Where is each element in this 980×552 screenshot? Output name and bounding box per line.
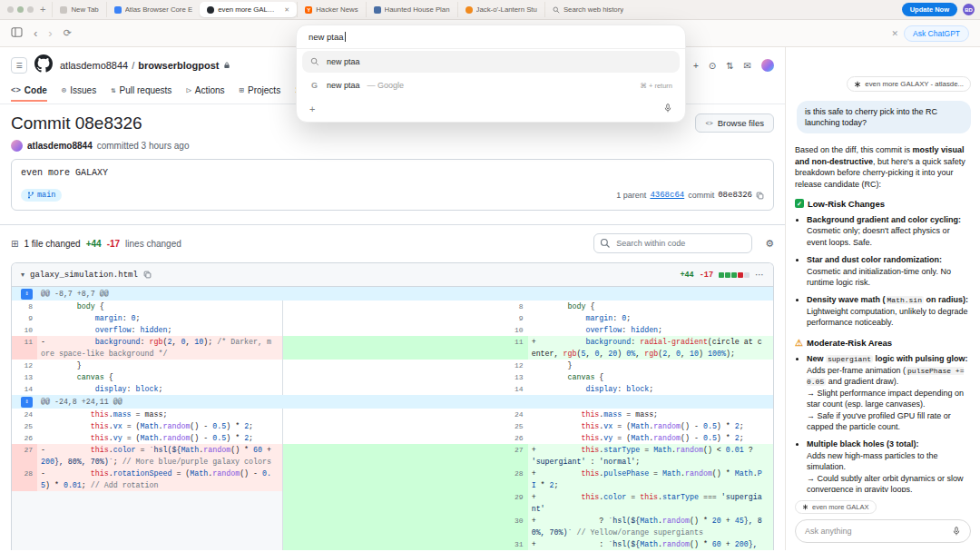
attached-page-chip[interactable]: even more GALAX xyxy=(795,500,877,514)
line-number[interactable]: 11 xyxy=(282,336,527,360)
close-window-icon[interactable] xyxy=(7,6,14,13)
mic-icon[interactable] xyxy=(952,526,961,537)
additions-count: +44 xyxy=(86,239,102,249)
line-number[interactable]: 9 xyxy=(12,312,37,324)
line-number[interactable]: 12 xyxy=(282,360,527,371)
close-panel-icon[interactable]: ✕ xyxy=(891,29,898,38)
github-logo-icon[interactable] xyxy=(34,54,53,76)
line-number[interactable]: 13 xyxy=(12,371,37,383)
chat-input[interactable]: Ask anything xyxy=(795,519,971,543)
tab-actions[interactable]: ▷ Actions xyxy=(186,85,224,102)
create-new-icon[interactable]: + xyxy=(693,61,699,71)
line-number[interactable]: 27 xyxy=(12,444,37,468)
line-number[interactable]: 8 xyxy=(282,301,527,312)
toggle-sidebar-icon[interactable] xyxy=(11,27,23,39)
line-number[interactable]: 10 xyxy=(282,324,527,336)
tab-search-web-history[interactable]: Search web history xyxy=(544,2,631,17)
atlas-favicon xyxy=(114,6,122,14)
minimize-window-icon[interactable] xyxy=(17,6,24,13)
omnibox-input[interactable]: new ptaa xyxy=(297,25,685,49)
line-number[interactable]: 28 xyxy=(12,468,37,491)
tab-jack-o-lantern[interactable]: Jack-o'-Lantern Stu xyxy=(457,2,544,17)
browser-profile-avatar[interactable]: BD xyxy=(963,4,975,15)
window-controls[interactable] xyxy=(7,6,34,13)
tab-even-more-galaxy[interactable]: even more GALAXY ✕ xyxy=(200,2,297,17)
code-line: + background: radial-gradient(circle at … xyxy=(528,336,773,360)
code-line: + this.starType = Math.random() < 0.01 ?… xyxy=(528,444,773,468)
breadcrumb-owner[interactable]: atlasdemo8844 xyxy=(60,60,128,71)
back-button[interactable]: ‹ xyxy=(34,27,37,39)
copy-path-icon[interactable] xyxy=(143,271,152,279)
zoom-window-icon[interactable] xyxy=(27,6,34,13)
line-number[interactable]: 24 xyxy=(12,409,37,420)
close-tab-icon[interactable]: ✕ xyxy=(284,6,289,14)
github-avatar[interactable] xyxy=(761,59,774,72)
tab-code[interactable]: <> Code xyxy=(11,85,47,102)
suggestion-row-search[interactable]: new ptaa xyxy=(302,51,680,73)
gear-icon[interactable]: ⚙ xyxy=(765,238,774,250)
line-number[interactable]: 9 xyxy=(282,312,527,324)
page-context-chip[interactable]: even more GALAXY - atlasde... xyxy=(847,76,971,92)
expand-hunk-button[interactable]: ⇕ xyxy=(21,397,33,408)
line-number[interactable]: 12 xyxy=(12,360,37,371)
breadcrumb-repo[interactable]: browserblogpost xyxy=(138,60,219,71)
low-risk-heading: ✓ Low-Risk Changes xyxy=(795,198,971,210)
line-number[interactable]: 26 xyxy=(12,432,37,444)
mic-icon[interactable] xyxy=(663,101,672,117)
tab-new-tab[interactable]: New Tab xyxy=(52,2,105,17)
attach-icon[interactable]: + xyxy=(309,104,315,114)
forward-button[interactable]: › xyxy=(48,27,52,39)
issues-icon[interactable]: ⊙ xyxy=(709,61,716,71)
commit-message-box: even more GALAXY main 1 parent 4368c64 c… xyxy=(11,159,774,211)
line-number[interactable]: 10 xyxy=(12,324,37,336)
new-tab-button[interactable]: + xyxy=(40,5,45,15)
collapse-file-icon[interactable]: ▾ xyxy=(21,271,24,279)
inbox-icon[interactable]: ✉ xyxy=(744,61,751,71)
page-icon xyxy=(60,6,67,14)
parent-sha-link[interactable]: 4368c64 xyxy=(650,191,684,200)
line-number[interactable]: 29 xyxy=(282,491,527,515)
code-line: - this.color = `hsl(${Math.random() * 60… xyxy=(37,444,282,468)
update-now-button[interactable]: Update Now xyxy=(902,3,957,16)
code-line: overflow: hidden; xyxy=(37,324,282,336)
line-number[interactable]: 26 xyxy=(282,432,527,444)
expand-hunk-button[interactable]: ⇕ xyxy=(21,289,33,300)
tab-hacker-news[interactable]: Y Hacker News xyxy=(297,2,365,17)
hamburger-menu-icon[interactable]: ☰ xyxy=(11,57,27,74)
line-number[interactable]: 14 xyxy=(12,383,37,395)
file-diff-icon: ⊞ xyxy=(11,239,18,249)
line-number[interactable]: 30 xyxy=(282,515,527,538)
browse-files-button[interactable]: <> Browse files xyxy=(695,113,774,133)
file-name[interactable]: galaxy_simulation.html xyxy=(30,271,138,280)
line-number[interactable]: 25 xyxy=(12,420,37,432)
copy-icon[interactable] xyxy=(756,192,764,200)
branch-chip[interactable]: main xyxy=(21,189,62,202)
suggestion-row-google[interactable]: G new ptaa — Google ⌘ + return xyxy=(302,74,680,96)
line-number[interactable]: 14 xyxy=(282,383,527,395)
search-within-code-input[interactable] xyxy=(593,233,752,253)
line-number[interactable]: 13 xyxy=(282,371,527,383)
tab-projects[interactable]: ⊞ Projects xyxy=(240,85,281,102)
ask-chatgpt-label: Ask ChatGPT xyxy=(913,29,960,38)
commit-parent-info: 1 parent 4368c64 commit 08e8326 xyxy=(616,191,764,200)
author-avatar[interactable] xyxy=(11,140,23,152)
reload-button[interactable]: ⟳ xyxy=(64,27,72,39)
tab-issues[interactable]: ⊙ Issues xyxy=(62,85,96,102)
ask-chatgpt-button[interactable]: Ask ChatGPT xyxy=(904,25,969,42)
committed-text: committed 3 hours ago xyxy=(97,141,190,151)
tab-pull-requests[interactable]: ⇅ Pull requests xyxy=(111,85,172,102)
tab-atlas-browser[interactable]: Atlas Browser Core E xyxy=(106,2,201,17)
line-number[interactable]: 31 xyxy=(282,538,527,550)
line-number[interactable]: 24 xyxy=(282,409,527,420)
author-name[interactable]: atlasdemo8844 xyxy=(27,141,93,151)
tab-haunted-house-plan[interactable]: Haunted House Plan xyxy=(366,2,457,17)
line-number[interactable]: 27 xyxy=(282,444,527,468)
tab-projects-label: Projects xyxy=(248,85,280,95)
line-number[interactable]: 8 xyxy=(12,301,37,312)
file-options-icon[interactable]: ⋯ xyxy=(755,270,764,280)
line-number[interactable]: 11 xyxy=(12,336,37,360)
line-number[interactable]: 25 xyxy=(282,420,527,432)
pull-requests-icon[interactable]: ⇅ xyxy=(726,61,733,71)
empty-cell xyxy=(37,538,282,550)
line-number[interactable]: 28 xyxy=(282,468,527,491)
